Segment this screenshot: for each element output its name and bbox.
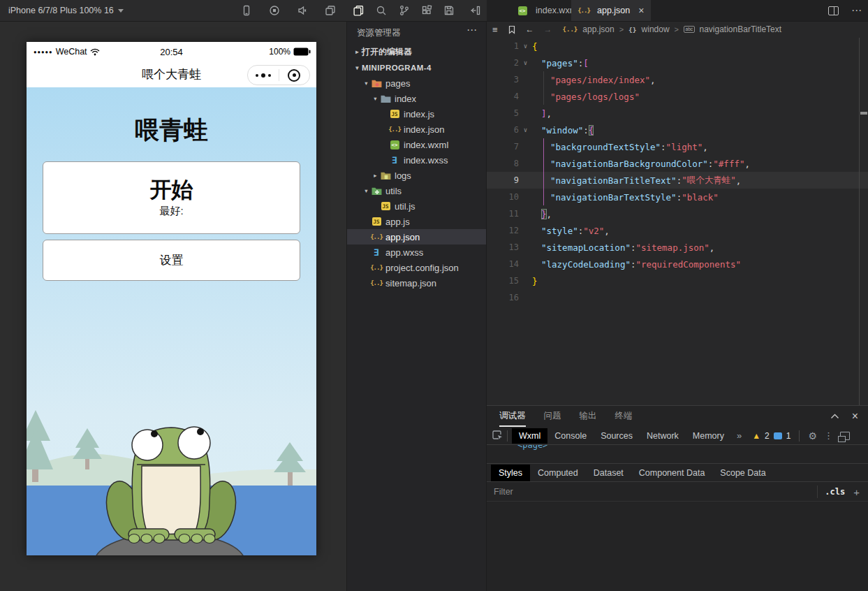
- fold-icon[interactable]: ∨: [519, 43, 532, 50]
- tab-close-icon[interactable]: ×: [638, 6, 644, 15]
- breadcrumb-object[interactable]: window: [642, 24, 670, 34]
- breadcrumb-file[interactable]: app.json: [582, 24, 614, 34]
- save-icon[interactable]: [440, 0, 458, 21]
- wxml-tree[interactable]: <page>: [487, 445, 868, 463]
- section-project-root[interactable]: ▾MINIPROGRAM-4: [347, 60, 486, 75]
- tree-item-project.config.json[interactable]: {..}project.config.json: [347, 260, 486, 275]
- device-selector[interactable]: iPhone 6/7/8 Plus 100% 16: [8, 0, 124, 21]
- fold-icon[interactable]: ∨: [519, 126, 532, 133]
- code-line-10[interactable]: 10"navigationBarTextStyle": "black": [487, 189, 868, 205]
- tree-item-index.wxss[interactable]: ∃index.wxss: [347, 152, 486, 168]
- tree-item-pages[interactable]: ▾pages: [347, 75, 486, 91]
- settings-button[interactable]: 设置: [43, 240, 300, 281]
- chevron-down-icon[interactable]: ▾: [362, 80, 371, 87]
- debugger-tab-输出[interactable]: 输出: [580, 406, 597, 427]
- code-line-12[interactable]: 12"style": "v2",: [487, 222, 868, 239]
- tree-item-app.wxss[interactable]: ∃app.wxss: [347, 245, 486, 260]
- styles-tab-Styles[interactable]: Styles: [491, 465, 530, 481]
- collapse-panel-icon[interactable]: [466, 0, 485, 21]
- git-branch-icon[interactable]: [395, 0, 413, 21]
- breadcrumb-property[interactable]: navigationBarTitleText: [700, 24, 782, 34]
- code-line-6[interactable]: 6∨"window": {: [487, 122, 868, 138]
- code-line-8[interactable]: 8"navigationBarBackgroundColor": "#fff",: [487, 155, 868, 172]
- more-tabs-icon[interactable]: »: [737, 430, 742, 441]
- code-line-1[interactable]: 1∨{: [487, 38, 868, 54]
- code-area[interactable]: 1∨{2∨"pages": [3"pages/index/index",4"pa…: [487, 38, 868, 405]
- split-editor-icon[interactable]: [828, 6, 839, 15]
- tree-item-sitemap.json[interactable]: {..}sitemap.json: [347, 275, 486, 291]
- debugger-tab-终端[interactable]: 终端: [615, 406, 633, 427]
- chevron-down-icon[interactable]: ▾: [371, 95, 380, 102]
- start-button[interactable]: 开始 最好:: [43, 161, 300, 234]
- item-label: index.js: [404, 109, 434, 119]
- search-icon[interactable]: [372, 0, 390, 21]
- devtools-tab-Network[interactable]: Network: [640, 428, 686, 444]
- wxml-node-page[interactable]: <page>: [517, 445, 868, 450]
- kebab-menu-icon[interactable]: ⋮: [824, 430, 833, 441]
- nav-back-icon[interactable]: ←: [526, 24, 534, 34]
- bookmark-icon[interactable]: [508, 25, 516, 34]
- devtools-tab-Console[interactable]: Console: [547, 428, 594, 444]
- message-icon[interactable]: [774, 432, 782, 439]
- code-line-7[interactable]: 7"backgroundTextStyle": "light",: [487, 138, 868, 155]
- debugger-tab-调试器[interactable]: 调试器: [499, 406, 526, 427]
- styles-tab-Dataset[interactable]: Dataset: [586, 465, 631, 481]
- styles-tab-Scope Data[interactable]: Scope Data: [712, 465, 773, 481]
- styles-filter-input[interactable]: [487, 482, 817, 502]
- outline-icon[interactable]: ≡: [492, 24, 498, 35]
- warning-icon[interactable]: ▲: [752, 431, 760, 441]
- section-open-editors[interactable]: ▸打开的编辑器: [347, 43, 486, 60]
- tree-item-utils[interactable]: ▾utils: [347, 183, 486, 198]
- code-line-3[interactable]: 3"pages/index/index",: [487, 71, 868, 88]
- code-line-9[interactable]: 9"navigationBarTitleText": "喂个大青蛙",: [487, 172, 868, 189]
- chevron-down-icon[interactable]: ▾: [353, 64, 362, 71]
- tree-item-index.js[interactable]: JSindex.js: [347, 106, 486, 122]
- tree-item-app.json[interactable]: {..}app.json: [347, 229, 486, 245]
- phone-rotate-icon[interactable]: [237, 0, 256, 21]
- styles-tab-Component Data[interactable]: Component Data: [631, 465, 713, 481]
- nav-forward-icon[interactable]: →: [544, 24, 552, 34]
- capsule-more-icon[interactable]: [248, 73, 279, 78]
- debugger-tab-问题[interactable]: 问题: [544, 406, 561, 427]
- windows-icon[interactable]: [321, 0, 339, 21]
- capsule-close-icon[interactable]: [279, 69, 310, 82]
- close-icon[interactable]: ×: [852, 410, 858, 423]
- dock-side-icon[interactable]: [840, 432, 850, 440]
- capsule-menu[interactable]: [247, 65, 310, 85]
- add-style-icon[interactable]: +: [852, 486, 868, 498]
- code-line-16[interactable]: 16: [487, 289, 868, 306]
- styles-tab-Computed[interactable]: Computed: [530, 465, 586, 481]
- fold-icon[interactable]: ∨: [519, 59, 532, 66]
- more-actions-icon[interactable]: ⋯: [851, 4, 862, 17]
- mute-icon[interactable]: [293, 0, 311, 21]
- extensions-icon[interactable]: [418, 0, 436, 21]
- chevron-right-icon[interactable]: ▸: [353, 48, 362, 55]
- devtools-tab-Memory[interactable]: Memory: [686, 428, 731, 444]
- devtools-tab-Sources[interactable]: Sources: [594, 428, 640, 444]
- inspect-element-icon[interactable]: [492, 430, 503, 442]
- code-line-4[interactable]: 4"pages/logs/logs": [487, 88, 868, 105]
- code-line-15[interactable]: 15}: [487, 272, 868, 289]
- tree-item-logs[interactable]: ▸logs: [347, 168, 486, 183]
- tree-item-index[interactable]: ▾index: [347, 91, 486, 106]
- tree-item-index.wxml[interactable]: <>index.wxml: [347, 137, 486, 152]
- record-icon[interactable]: [265, 0, 284, 21]
- code-line-14[interactable]: 14"lazyCodeLoading": "requiredComponents…: [487, 256, 868, 272]
- devtools-tab-Wxml[interactable]: Wxml: [512, 428, 547, 444]
- code-line-2[interactable]: 2∨"pages": [: [487, 54, 868, 71]
- chevron-right-icon[interactable]: ▸: [371, 172, 380, 179]
- code-line-11[interactable]: 11},: [487, 205, 868, 222]
- tree-item-index.json[interactable]: {..}index.json: [347, 122, 486, 137]
- chevron-down-icon[interactable]: ▾: [362, 187, 371, 194]
- code-line-5[interactable]: 5],: [487, 105, 868, 122]
- tree-item-util.js[interactable]: JSutil.js: [347, 198, 486, 214]
- files-icon[interactable]: [349, 0, 367, 21]
- tree-item-app.js[interactable]: JSapp.js: [347, 214, 486, 229]
- tab-app.json[interactable]: {..}app.json×: [571, 0, 651, 21]
- collapse-icon[interactable]: [830, 414, 839, 419]
- explorer-more-icon[interactable]: ⋯: [466, 24, 478, 36]
- cls-button[interactable]: .cls: [817, 486, 852, 498]
- code-line-13[interactable]: 13"sitemapLocation": "sitemap.json",: [487, 239, 868, 256]
- gear-icon[interactable]: ⚙: [808, 430, 817, 442]
- editor-scrollbar[interactable]: [859, 38, 868, 405]
